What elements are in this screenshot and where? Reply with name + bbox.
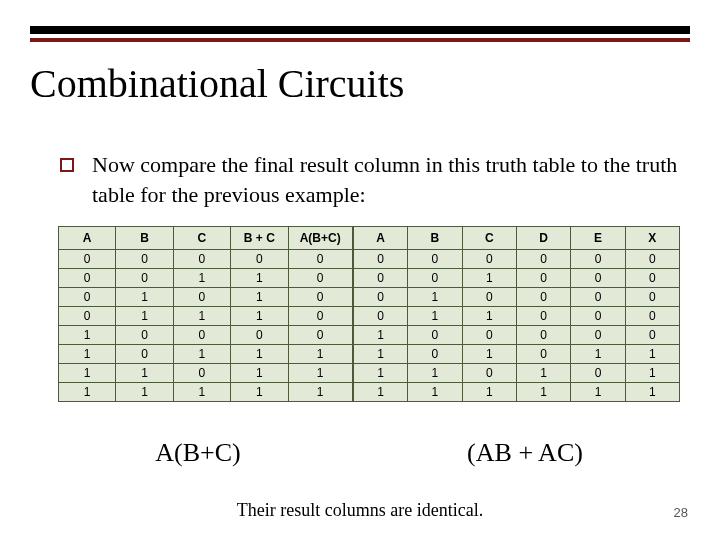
- table-cell: 1: [408, 307, 462, 326]
- table-cell: 0: [59, 269, 116, 288]
- table-cell: 0: [408, 345, 462, 364]
- table-cell: 0: [231, 326, 288, 345]
- table-cell: 1: [231, 307, 288, 326]
- table-cell: 1: [59, 383, 116, 402]
- table-row: 100000: [353, 326, 679, 345]
- table-cell: 1: [116, 364, 173, 383]
- table-cell: 0: [517, 345, 571, 364]
- table-cell: 0: [571, 250, 625, 269]
- table-cell: 1: [288, 364, 352, 383]
- table-cell: 1: [59, 326, 116, 345]
- table-cell: 1: [231, 269, 288, 288]
- footer-note: Their result columns are identical.: [0, 500, 720, 521]
- table-cell: 0: [353, 307, 407, 326]
- table-row: 111111: [353, 383, 679, 402]
- table-cell: 0: [517, 250, 571, 269]
- table-cell: 0: [173, 288, 230, 307]
- table-cell: 0: [517, 326, 571, 345]
- table-row: 001000: [353, 269, 679, 288]
- table-cell: 1: [173, 345, 230, 364]
- truth-table-left: ABCB + CA(B+C)00000001100101001110100001…: [58, 226, 353, 402]
- table-cell: 0: [353, 250, 407, 269]
- table-cell: 1: [517, 364, 571, 383]
- bullet-row: Now compare the final result column in t…: [60, 150, 680, 209]
- table-cell: 1: [625, 383, 679, 402]
- table-cell: 0: [116, 269, 173, 288]
- rule-red: [30, 38, 690, 42]
- truth-table-right: ABCDEX0000000010000100000110001000001010…: [353, 226, 680, 402]
- table-row: 00110: [59, 269, 353, 288]
- table-header: A: [59, 227, 116, 250]
- table-cell: 0: [288, 326, 352, 345]
- table-cell: 0: [408, 326, 462, 345]
- table-cell: 1: [462, 345, 516, 364]
- table-cell: 0: [462, 326, 516, 345]
- table-cell: 0: [231, 250, 288, 269]
- table-cell: 0: [517, 269, 571, 288]
- table-cell: 1: [462, 269, 516, 288]
- table-header: B: [408, 227, 462, 250]
- table-header: B + C: [231, 227, 288, 250]
- table-cell: 0: [571, 307, 625, 326]
- table-cell: 1: [462, 307, 516, 326]
- table-cell: 0: [288, 269, 352, 288]
- table-cell: 0: [408, 250, 462, 269]
- table-row: 11011: [59, 364, 353, 383]
- table-cell: 0: [288, 307, 352, 326]
- captions-row: A(B+C) (AB + AC): [58, 438, 680, 468]
- caption-right: (AB + AC): [370, 438, 680, 468]
- table-cell: 1: [173, 269, 230, 288]
- table-cell: 0: [625, 307, 679, 326]
- table-cell: 0: [408, 269, 462, 288]
- table-cell: 1: [353, 345, 407, 364]
- table-row: 000000: [353, 250, 679, 269]
- table-header: C: [462, 227, 516, 250]
- table-cell: 0: [353, 269, 407, 288]
- table-cell: 0: [625, 288, 679, 307]
- tables-container: ABCB + CA(B+C)00000001100101001110100001…: [58, 226, 680, 402]
- bullet-icon: [60, 158, 74, 172]
- table-cell: 1: [59, 345, 116, 364]
- table-row: 010000: [353, 288, 679, 307]
- table-cell: 0: [625, 250, 679, 269]
- table-cell: 1: [173, 307, 230, 326]
- table-cell: 0: [571, 364, 625, 383]
- slide: Combinational Circuits Now compare the f…: [0, 0, 720, 540]
- table-cell: 0: [288, 288, 352, 307]
- table-cell: 1: [517, 383, 571, 402]
- table-row: 11111: [59, 383, 353, 402]
- table-cell: 0: [462, 364, 516, 383]
- table-cell: 1: [173, 383, 230, 402]
- table-cell: 1: [408, 364, 462, 383]
- table-cell: 1: [571, 383, 625, 402]
- table-cell: 0: [173, 326, 230, 345]
- table-cell: 0: [517, 307, 571, 326]
- table-cell: 0: [173, 364, 230, 383]
- table-cell: 1: [625, 364, 679, 383]
- table-cell: 0: [116, 326, 173, 345]
- table-cell: 0: [462, 250, 516, 269]
- table-row: 10000: [59, 326, 353, 345]
- table-row: 00000: [59, 250, 353, 269]
- table-cell: 0: [625, 269, 679, 288]
- table-cell: 1: [462, 383, 516, 402]
- table-row: 011000: [353, 307, 679, 326]
- table-cell: 1: [408, 288, 462, 307]
- table-cell: 1: [288, 345, 352, 364]
- table-row: 101011: [353, 345, 679, 364]
- table-cell: 0: [116, 250, 173, 269]
- caption-left: A(B+C): [58, 438, 338, 468]
- table-cell: 0: [517, 288, 571, 307]
- table-cell: 0: [571, 326, 625, 345]
- rule-dark: [30, 26, 690, 34]
- table-header: A(B+C): [288, 227, 352, 250]
- table-cell: 0: [571, 269, 625, 288]
- table-cell: 1: [231, 364, 288, 383]
- table-header: C: [173, 227, 230, 250]
- table-cell: 1: [59, 364, 116, 383]
- table-cell: 0: [173, 250, 230, 269]
- table-cell: 0: [59, 307, 116, 326]
- table-cell: 1: [116, 383, 173, 402]
- table-cell: 1: [231, 383, 288, 402]
- table-row: 01010: [59, 288, 353, 307]
